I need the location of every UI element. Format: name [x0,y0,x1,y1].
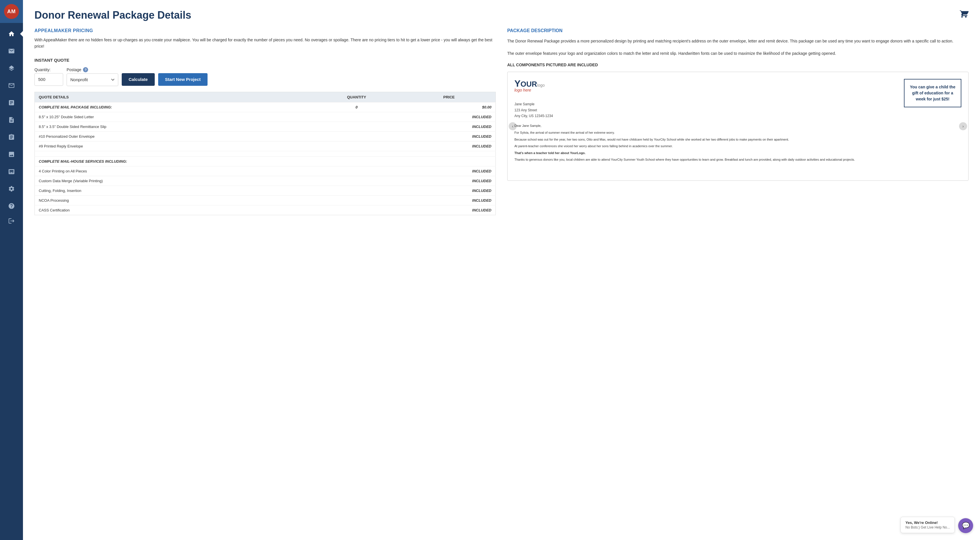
letter-para4: Thanks to generous donors like you, loca… [514,157,898,162]
table-row: COMPLETE MAIL PACKAGE INCLUDING: 0 $0.00 [35,102,496,112]
sidebar-item-envelope[interactable] [0,77,23,94]
logo-circle: AM [4,4,19,19]
row-price: INCLUDED [402,195,495,205]
components-title: ALL COMPONENTS PICTURED ARE INCLUDED [507,62,969,67]
row-price: INCLUDED [402,176,495,186]
letter-para3: At parent-teacher conferences she voiced… [514,144,898,149]
table-row: 8.5" x 3.5" Double Sided Remittance Slip… [35,122,496,132]
table-row-spacer [35,151,496,156]
top-bar: Donor Renewal Package Details [35,9,969,21]
row-price: INCLUDED [402,166,495,176]
row-qty [310,195,402,205]
row-price: INCLUDED [402,132,495,141]
col-header-price: PRICE [402,92,495,102]
table-row: 4 Color Printing on All Pieces INCLUDED [35,166,496,176]
package-desc-text-1: The Donor Renewal Package provides a mor… [507,38,969,44]
page-title: Donor Renewal Package Details [35,9,191,21]
package-desc-text-2: The outer envelope features your logo an… [507,50,969,57]
left-column: APPEALMAKER PRICING With AppealMaker the… [35,28,496,215]
row-label: Custom Data Merge (Variable Printing) [35,176,311,186]
start-project-button[interactable]: Start New Project [158,73,208,86]
row-qty [310,186,402,195]
sidebar-item-mail1[interactable] [0,43,23,60]
row-qty [310,132,402,141]
sidebar-item-logout[interactable] [0,214,23,232]
sidebar-item-newspaper[interactable] [0,163,23,180]
address-name: Jane Sample [514,101,898,107]
sidebar-logo[interactable]: AM [0,0,23,23]
preview-left: YOURlogo logo here Jane Sample 123 Any S… [514,79,898,164]
newspaper-icon [8,168,15,175]
table-row: NCOA Processing INCLUDED [35,195,496,205]
package-desc-title: PACKAGE DESCRIPTION [507,28,969,33]
logout-icon [8,218,15,224]
sidebar-item-clipboard[interactable] [0,129,23,146]
logo-small: logo [537,83,544,87]
chat-bubble: Yes, We're Online! No Bots:) Get Live He… [900,517,955,533]
row-label: CASS Certification [35,205,311,215]
envelope-icon [8,82,15,89]
row-label: NCOA Processing [35,195,311,205]
content-grid: APPEALMAKER PRICING With AppealMaker the… [35,28,969,215]
sidebar-item-home[interactable] [0,25,23,43]
sidebar-item-layers[interactable] [0,60,23,77]
carousel-next-button[interactable]: › [959,122,967,130]
letter-greeting: Dear Jane Sample, [514,123,898,129]
row-label: COMPLETE MAIL-HOUSE SERVICES INCLUDING: [35,156,496,166]
postage-help-icon[interactable]: ? [83,67,88,72]
layers-icon [8,65,15,72]
preview-inner: YOURlogo logo here Jane Sample 123 Any S… [514,79,961,164]
letter-preview: Dear Jane Sample, For Sylvia, the arriva… [514,123,898,162]
postage-label: Postage [67,67,81,72]
address-block: Jane Sample 123 Any Street Any City, US … [514,101,898,119]
carousel-prev-button[interactable]: ‹ [509,122,517,130]
preview-logo-area: YOURlogo logo here [514,79,898,92]
quantity-input[interactable] [35,73,63,86]
home-icon [8,30,15,37]
cart-icon [959,9,969,18]
letter-para2: Because school was out for the year, her… [514,137,898,142]
row-price: $0.00 [402,102,495,112]
chat-widget: Yes, We're Online! No Bots:) Get Live He… [900,517,973,533]
report-icon [8,99,15,106]
instant-quote-title: INSTANT QUOTE [35,58,496,62]
sidebar-item-report[interactable] [0,94,23,111]
settings-icon [8,185,15,192]
postage-select[interactable]: Nonprofit First Class Standard [67,73,118,86]
table-row: COMPLETE MAIL-HOUSE SERVICES INCLUDING: [35,156,496,166]
sidebar-active-indicator [20,31,23,37]
pricing-description: With AppealMaker there are no hidden fee… [35,37,496,50]
sidebar: AM [0,0,23,540]
sidebar-item-settings[interactable] [0,180,23,197]
quote-table: QUOTE DETAILS QUANTITY PRICE COMPLETE MA… [35,92,496,215]
chat-button[interactable]: 💬 [958,518,973,533]
row-label: 8.5" x 10.25" Double Sided Letter [35,112,311,122]
pricing-section-title: APPEALMAKER PRICING [35,28,496,33]
calculate-button[interactable]: Calculate [122,73,155,86]
row-qty: 0 [310,102,402,112]
row-label: 8.5" x 3.5" Double Sided Remittance Slip [35,122,311,132]
row-price: INCLUDED [402,186,495,195]
help-icon [8,203,15,210]
logo-our: OUR [520,80,537,88]
letter-para1: For Sylvia, the arrival of summer meant … [514,130,898,135]
sidebar-item-csv[interactable] [0,111,23,129]
table-row: Cutting, Folding, Insertion INCLUDED [35,186,496,195]
clipboard-icon [8,134,15,141]
row-price: INCLUDED [402,122,495,132]
sidebar-item-images[interactable] [0,146,23,163]
table-row: CASS Certification INCLUDED [35,205,496,215]
row-qty [310,141,402,151]
mail-icon [8,48,15,54]
preview-right: You can give a child the gift of educati… [904,79,961,107]
promo-box: You can give a child the gift of educati… [904,79,961,107]
cart-button[interactable] [959,9,969,19]
chat-icon: 💬 [962,522,970,529]
sidebar-item-help[interactable] [0,197,23,214]
csv-icon [8,116,15,123]
row-label: #10 Personalized Outer Envelope [35,132,311,141]
preview-card: ‹ YOURlogo logo here Jane Sample 123 Any… [507,72,969,181]
quantity-label: Quantity: [35,67,63,72]
row-price: INCLUDED [402,141,495,151]
row-qty [310,205,402,215]
